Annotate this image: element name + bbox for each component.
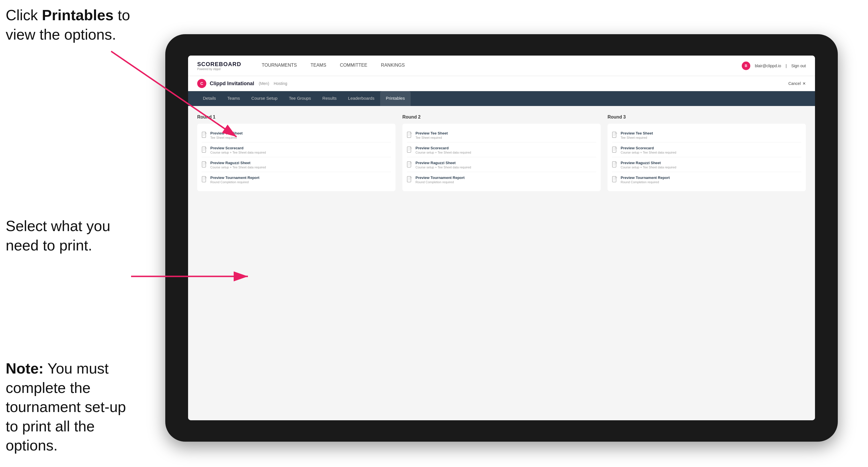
print-item-sub-3-2: Course setup + Tee Sheet data required (621, 151, 676, 154)
logo-sub: Powered by clippd (197, 67, 241, 71)
tournament-logo-icon: C (197, 79, 206, 88)
sub-nav-printables[interactable]: Printables (380, 91, 411, 106)
svg-rect-5 (202, 147, 206, 152)
tablet-screen: SCOREBOARD Powered by clippd TOURNAMENTS… (188, 56, 815, 420)
document-icon (407, 132, 413, 138)
cancel-x-icon: ✕ (802, 81, 806, 86)
rounds-container: Round 1 Preview Tee SheetTee Sheet requi… (197, 115, 806, 191)
top-nav: SCOREBOARD Powered by clippd TOURNAMENTS… (188, 56, 815, 76)
print-item-text-2-2: Preview ScorecardCourse setup + Tee Shee… (415, 146, 471, 154)
sub-nav-leaderboards[interactable]: Leaderboards (342, 91, 380, 106)
tournament-bar: C Clippd Invitational (Men) Hosting Canc… (188, 76, 815, 91)
round-1-card: Preview Tee SheetTee Sheet required Prev… (197, 124, 396, 191)
sub-nav-details[interactable]: Details (197, 91, 222, 106)
print-item-sub-3-4: Round Completion required (621, 180, 670, 184)
print-item-sub-2-4: Round Completion required (415, 180, 464, 184)
nav-committee[interactable]: COMMITTEE (333, 56, 374, 76)
document-icon (407, 161, 413, 168)
svg-rect-9 (407, 147, 411, 152)
cancel-button[interactable]: Cancel ✕ (788, 81, 806, 86)
tournament-status: Hosting (274, 81, 287, 86)
document-icon (202, 147, 208, 153)
print-item-sub-2-2: Course setup + Tee Sheet data required (415, 151, 471, 154)
tablet-device: SCOREBOARD Powered by clippd TOURNAMENTS… (165, 34, 838, 442)
sub-nav: Details Teams Course Setup Tee Groups Re… (188, 91, 815, 106)
print-item-title-1-4: Preview Tournament Report (210, 176, 259, 180)
round-2-item-3[interactable]: Preview Raguzzi SheetCourse setup + Tee … (407, 158, 596, 172)
print-item-text-2-1: Preview Tee SheetTee Sheet required (415, 131, 448, 139)
round-3-card: Preview Tee SheetTee Sheet required Prev… (608, 124, 806, 191)
print-item-sub-2-1: Tee Sheet required (415, 136, 448, 139)
print-item-title-2-2: Preview Scorecard (415, 146, 471, 150)
print-item-title-2-4: Preview Tournament Report (415, 176, 464, 180)
round-1-item-3[interactable]: Preview Raguzzi SheetCourse setup + Tee … (202, 158, 391, 172)
round-1-item-2[interactable]: Preview ScorecardCourse setup + Tee Shee… (202, 143, 391, 157)
sub-nav-results[interactable]: Results (317, 91, 342, 106)
top-nav-right: B blair@clippd.io | Sign out (742, 62, 806, 70)
tournament-name: Clippd Invitational (210, 81, 254, 87)
print-item-title-1-3: Preview Raguzzi Sheet (210, 161, 266, 165)
round-2-item-4[interactable]: Preview Tournament ReportRound Completio… (407, 173, 596, 187)
svg-rect-14 (612, 161, 616, 167)
print-item-title-3-2: Preview Scorecard (621, 146, 676, 150)
nav-tournaments[interactable]: TOURNAMENTS (255, 56, 304, 76)
sign-out-link[interactable]: Sign out (792, 64, 806, 68)
print-item-title-3-1: Preview Tee Sheet (621, 131, 653, 135)
print-item-text-2-4: Preview Tournament ReportRound Completio… (415, 176, 464, 184)
top-nav-items: TOURNAMENTS TEAMS COMMITTEE RANKINGS (255, 56, 742, 76)
print-item-text-1-3: Preview Raguzzi SheetCourse setup + Tee … (210, 161, 266, 169)
annotation-bottom: Note: You must complete the tournament s… (6, 359, 137, 455)
round-3-item-1[interactable]: Preview Tee SheetTee Sheet required (612, 128, 801, 143)
print-item-text-3-1: Preview Tee SheetTee Sheet required (621, 131, 653, 139)
document-icon (612, 132, 618, 138)
print-item-title-3-4: Preview Tournament Report (621, 176, 670, 180)
logo-text: SCOREBOARD (197, 61, 241, 67)
print-item-text-3-4: Preview Tournament ReportRound Completio… (621, 176, 670, 184)
round-3-item-3[interactable]: Preview Raguzzi SheetCourse setup + Tee … (612, 158, 801, 172)
sub-nav-course-setup[interactable]: Course Setup (246, 91, 283, 106)
svg-rect-13 (612, 147, 616, 152)
print-item-sub-3-3: Course setup + Tee Sheet data required (621, 165, 676, 169)
round-3-title: Round 3 (608, 115, 806, 120)
scoreboard-logo: SCOREBOARD Powered by clippd (197, 61, 241, 71)
round-1-item-1[interactable]: Preview Tee SheetTee Sheet required (202, 128, 391, 143)
round-2-title: Round 2 (402, 115, 601, 120)
svg-rect-8 (407, 132, 411, 137)
print-item-sub-1-4: Round Completion required (210, 180, 259, 184)
round-1-title: Round 1 (197, 115, 396, 120)
document-icon (612, 147, 618, 153)
annotation-middle: Select what you need to print. (6, 217, 131, 255)
round-2-item-1[interactable]: Preview Tee SheetTee Sheet required (407, 128, 596, 143)
round-column-1: Round 1 Preview Tee SheetTee Sheet requi… (197, 115, 396, 191)
print-item-sub-2-3: Course setup + Tee Sheet data required (415, 165, 471, 169)
svg-rect-12 (612, 132, 616, 137)
round-3-item-2[interactable]: Preview ScorecardCourse setup + Tee Shee… (612, 143, 801, 157)
nav-rankings[interactable]: RANKINGS (374, 56, 412, 76)
separator: | (786, 64, 787, 68)
sub-nav-teams[interactable]: Teams (222, 91, 246, 106)
document-icon (202, 161, 208, 168)
print-item-title-2-3: Preview Raguzzi Sheet (415, 161, 471, 165)
svg-rect-4 (202, 132, 206, 137)
annotation-top: Click Printables toview the options. (6, 6, 130, 44)
print-item-sub-3-1: Tee Sheet required (621, 136, 653, 139)
print-item-title-1-1: Preview Tee Sheet (210, 131, 243, 135)
print-item-sub-1-3: Course setup + Tee Sheet data required (210, 165, 266, 169)
print-item-text-3-3: Preview Raguzzi SheetCourse setup + Tee … (621, 161, 676, 169)
round-column-2: Round 2 Preview Tee SheetTee Sheet requi… (402, 115, 601, 191)
round-3-item-4[interactable]: Preview Tournament ReportRound Completio… (612, 173, 801, 187)
svg-rect-7 (202, 176, 206, 182)
svg-rect-10 (407, 161, 411, 167)
print-item-text-1-2: Preview ScorecardCourse setup + Tee Shee… (210, 146, 266, 154)
print-item-title-2-1: Preview Tee Sheet (415, 131, 448, 135)
document-icon (407, 147, 413, 153)
round-1-item-4[interactable]: Preview Tournament ReportRound Completio… (202, 173, 391, 187)
user-avatar: B (742, 62, 750, 70)
sub-nav-tee-groups[interactable]: Tee Groups (283, 91, 317, 106)
print-item-text-2-3: Preview Raguzzi SheetCourse setup + Tee … (415, 161, 471, 169)
nav-teams[interactable]: TEAMS (304, 56, 333, 76)
round-2-item-2[interactable]: Preview ScorecardCourse setup + Tee Shee… (407, 143, 596, 157)
document-icon (407, 176, 413, 183)
print-item-text-1-4: Preview Tournament ReportRound Completio… (210, 176, 259, 184)
document-icon (202, 132, 208, 138)
